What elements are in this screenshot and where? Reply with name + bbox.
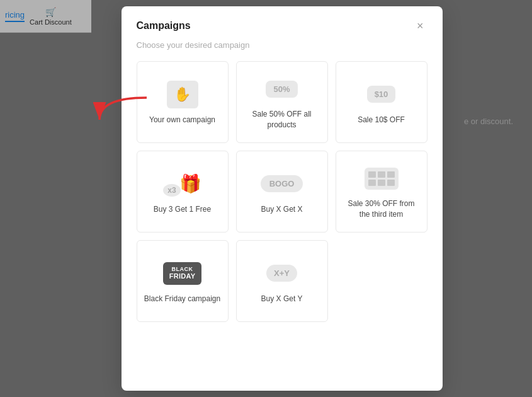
black-friday-badge: BLACK FRIDAY [163,262,202,285]
black-friday-line2: FRIDAY [169,272,196,280]
buy3get1-label: Buy 3 Get 1 Free [154,204,211,215]
campaign-card-50off[interactable]: 50% Sale 50% OFF all products [236,61,328,143]
xy-badge: X+Y [266,265,297,282]
campaign-card-30off-third[interactable]: Sale 30% OFF from the third item [336,151,427,233]
x3-badge: x3 [163,184,180,197]
grid-badge [365,168,399,190]
modal-subtitle: Choose your desired campaign [137,40,427,50]
modal-overlay: Campaigns × Choose your desired campaign… [0,0,532,397]
black-friday-icon: BLACK FRIDAY [164,260,201,287]
sale-30off-third-label: Sale 30% OFF from the third item [342,198,421,220]
gift-with-x3: x3 🎁 [163,175,201,193]
campaigns-modal: Campaigns × Choose your desired campaign… [122,6,443,391]
bogo-badge: BOGO [261,175,303,192]
modal-header: Campaigns × [137,19,427,33]
modal-title: Campaigns [137,20,191,32]
grid-icon [363,164,400,192]
grid-cell [368,171,376,178]
campaign-card-buy-x-get-y[interactable]: X+Y Buy X Get Y [236,240,328,322]
campaign-card-buy3get1[interactable]: x3 🎁 Buy 3 Get 1 Free [137,151,229,233]
grid-cell [387,180,395,186]
buy-x-get-y-label: Buy X Get Y [261,294,303,304]
grid-cell [387,171,395,178]
sale-50-label: Sale 50% OFF all products [243,109,321,130]
campaign-grid: ✋ Your own campaign 50% Sale 50% OFF all… [137,61,427,322]
modal-close-button[interactable]: × [413,19,427,33]
grid-cell [378,171,385,178]
own-campaign-label: Your own campaign [149,115,215,125]
percent-badge: 50% [266,81,297,98]
campaign-card-10off[interactable]: $10 Sale 10$ OFF [336,61,427,143]
gift-icon: x3 🎁 [164,170,201,198]
grid-cell [378,180,385,186]
campaign-card-bogo[interactable]: BOGO Buy X Get X [236,151,328,233]
dollar-badge: $10 [367,86,396,103]
own-campaign-icon: ✋ [164,81,201,108]
gift-box-icon: 🎁 [179,175,201,193]
campaign-card-own[interactable]: ✋ Your own campaign [137,61,229,143]
black-friday-label: Black Friday campaign [144,294,220,304]
sale-10-label: Sale 10$ OFF [358,115,405,125]
grid-cell [368,180,376,186]
black-friday-line1: BLACK [172,266,193,273]
bogo-label: Buy X Get X [261,204,302,215]
sale-50-icon: 50% [263,75,301,103]
campaign-card-black-friday[interactable]: BLACK FRIDAY Black Friday campaign [137,240,229,322]
hand-icon: ✋ [167,81,198,108]
bogo-icon: BOGO [263,170,301,198]
sale-10-icon: $10 [363,81,400,108]
empty-slot [336,240,427,322]
xy-icon: X+Y [263,260,301,287]
